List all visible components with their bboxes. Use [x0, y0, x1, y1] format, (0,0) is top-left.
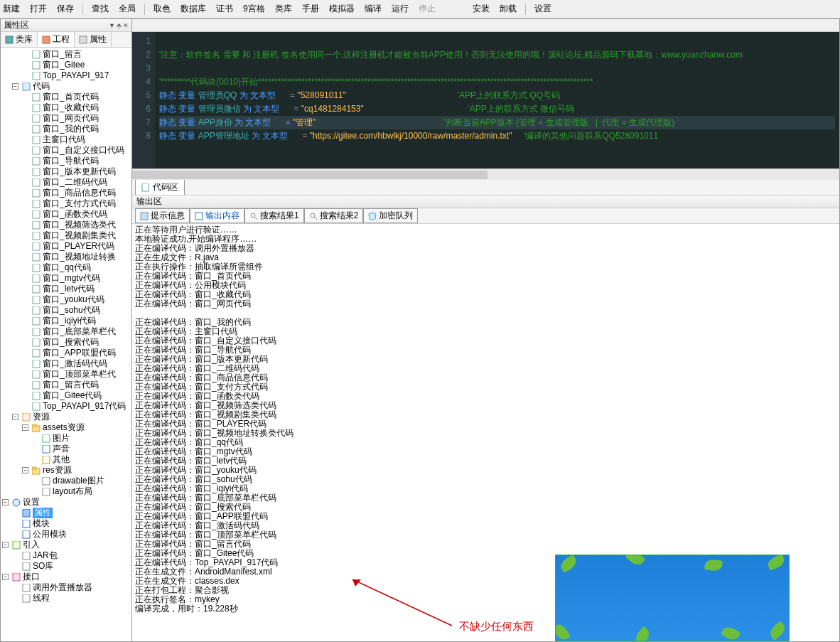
tree-item[interactable]: 窗口_商品信息代码: [2, 188, 131, 198]
tree-item[interactable]: 窗口_Gitee: [2, 60, 131, 70]
tree-item[interactable]: 窗口_导航代码: [2, 156, 131, 166]
tree-item[interactable]: 图片: [2, 433, 131, 444]
svg-rect-59: [195, 213, 203, 220]
tree-item[interactable]: 窗口_mgtv代码: [2, 273, 131, 284]
tree-item[interactable]: 窗口_iqiyi代码: [2, 316, 131, 326]
tree-item[interactable]: 公用模块: [2, 529, 131, 540]
tree-item[interactable]: 窗口_留言代码: [2, 380, 131, 390]
tree-item[interactable]: 窗口_搜索代码: [2, 337, 131, 348]
tree-item[interactable]: 调用外置播放器: [2, 582, 131, 593]
tree-item[interactable]: 窗口_我的代码: [2, 124, 131, 134]
tree-node-res[interactable]: −资源: [2, 412, 131, 422]
tree-node-assets[interactable]: −assets资源: [2, 422, 131, 433]
sidebar-dropdown-icon[interactable]: ▼: [109, 22, 115, 29]
file-icon: [32, 328, 41, 336]
tree-item[interactable]: 窗口_youku代码: [2, 294, 131, 305]
menu-cert[interactable]: 证书: [216, 3, 233, 15]
svg-rect-56: [23, 594, 30, 602]
tree-item[interactable]: 主窗口代码: [2, 134, 131, 145]
svg-rect-11: [33, 136, 40, 144]
editor-hscrollbar[interactable]: [132, 168, 839, 180]
output-tab-search1[interactable]: 搜索结果1: [244, 208, 304, 223]
sidebar: 属性区 ▼ ⬘ ✕ 类库 工程 属性 窗口_留言窗口_GiteeTop_PAYA…: [0, 18, 132, 642]
output-tab-search2[interactable]: 搜索结果2: [304, 208, 364, 223]
tree-item[interactable]: drawable图片: [2, 476, 131, 486]
menu-9grid[interactable]: 9宫格: [243, 3, 265, 15]
tree-item[interactable]: 窗口_留言: [2, 49, 131, 60]
output-tab-content[interactable]: 输出内容: [190, 208, 244, 223]
svg-rect-25: [33, 285, 40, 293]
menu-settings[interactable]: 设置: [534, 3, 551, 15]
tree-item[interactable]: 窗口_激活码代码: [2, 358, 131, 369]
tree-item[interactable]: 窗口_函数类代码: [2, 209, 131, 220]
sidebar-title-label: 属性区: [4, 19, 29, 31]
tree-item[interactable]: 模块: [2, 518, 131, 529]
tree-item[interactable]: 声音: [2, 444, 131, 454]
tree-item[interactable]: layout布局: [2, 486, 131, 497]
tree-item[interactable]: 属性: [2, 508, 131, 518]
menu-manual[interactable]: 手册: [302, 3, 319, 15]
tree-item[interactable]: 窗口_底部菜单栏代: [2, 326, 131, 337]
tree-item[interactable]: 窗口_PLAYER代码: [2, 241, 131, 252]
tree[interactable]: 窗口_留言窗口_GiteeTop_PAYAPI_917−代码窗口_首页代码窗口_…: [1, 48, 131, 641]
tree-node-if[interactable]: −接口: [2, 572, 131, 582]
sidebar-tab-lib[interactable]: 类库: [1, 32, 38, 47]
tree-item[interactable]: Top_PAYAPI_917代码: [2, 401, 131, 412]
menu-database[interactable]: 数据库: [181, 3, 206, 15]
file-icon: [32, 317, 41, 326]
file-icon: [32, 50, 41, 59]
output-tab-encrypt[interactable]: 加密队列: [363, 208, 418, 223]
menu-uninstall[interactable]: 卸载: [500, 3, 517, 15]
tree-item[interactable]: 窗口_Gitee代码: [2, 390, 131, 401]
tree-node-settings[interactable]: −设置: [2, 497, 131, 508]
tree-item[interactable]: 窗口_首页代码: [2, 92, 131, 102]
tree-item[interactable]: 窗口_收藏代码: [2, 102, 131, 113]
tree-item[interactable]: 窗口_顶部菜单栏代: [2, 369, 131, 380]
menu-find[interactable]: 查找: [92, 3, 109, 15]
tree-item[interactable]: 其他: [2, 454, 131, 465]
tree-item[interactable]: 线程: [2, 593, 131, 604]
tree-item[interactable]: 窗口_二维码代码: [2, 177, 131, 188]
sidebar-tab-project[interactable]: 工程: [38, 32, 75, 47]
tree-item[interactable]: 窗口_支付方式代码: [2, 198, 131, 209]
svg-rect-29: [33, 328, 40, 336]
tree-item[interactable]: 窗口_版本更新代码: [2, 166, 131, 177]
scrollbar-thumb[interactable]: [132, 171, 488, 179]
tree-item[interactable]: 窗口_letv代码: [2, 284, 131, 294]
tree-item[interactable]: 窗口_qq代码: [2, 262, 131, 273]
code-editor[interactable]: 12345678 '注意：软件签名 需要 和 注册机 签名使用同一个.这样注册机…: [132, 32, 839, 168]
menu-run[interactable]: 运行: [392, 3, 409, 15]
editor-tab-code[interactable]: 代码区: [135, 179, 185, 195]
sidebar-close-icon[interactable]: ✕: [123, 22, 129, 29]
output-tab-hint[interactable]: 提示信息: [135, 208, 190, 223]
menu-install[interactable]: 安装: [473, 3, 490, 15]
menu-save[interactable]: 保存: [57, 3, 74, 15]
tree-item[interactable]: 窗口_视频剧集类代: [2, 230, 131, 241]
output-body[interactable]: 正在等待用户进行验证…… 本地验证成功,开始编译程序…… 正在编译代码：调用外置…: [132, 224, 839, 641]
file-icon: [32, 232, 41, 240]
menu-emulator[interactable]: 模拟器: [329, 3, 355, 15]
svg-line-63: [315, 218, 317, 220]
menu-new[interactable]: 新建: [3, 3, 20, 15]
menu-compile[interactable]: 编译: [365, 3, 382, 15]
tree-node-code[interactable]: −代码: [2, 81, 131, 92]
menu-global[interactable]: 全局: [119, 3, 136, 15]
tree-node-ref[interactable]: −引入: [2, 540, 131, 550]
tree-node-resr[interactable]: −res资源: [2, 465, 131, 476]
code-area[interactable]: '注意：软件签名 需要 和 注册机 签名使用同一个.这样注册机才能被当前APP使…: [155, 32, 839, 168]
tree-item[interactable]: JAR包: [2, 550, 131, 561]
svg-rect-36: [33, 402, 40, 410]
menu-colorpick[interactable]: 取色: [154, 3, 171, 15]
tree-item[interactable]: 窗口_APP联盟代码: [2, 348, 131, 358]
sidebar-tab-props[interactable]: 属性: [75, 32, 112, 47]
tree-item[interactable]: 窗口_视频筛选类代: [2, 220, 131, 230]
tree-item[interactable]: 窗口_sohu代码: [2, 305, 131, 316]
tree-item[interactable]: 窗口_视频地址转换: [2, 252, 131, 262]
tree-item[interactable]: 窗口_网页代码: [2, 113, 131, 124]
menu-lib[interactable]: 类库: [275, 3, 292, 15]
tree-item[interactable]: Top_PAYAPI_917: [2, 70, 131, 81]
tree-item[interactable]: 窗口_自定义接口代码: [2, 145, 131, 156]
tree-item[interactable]: SO库: [2, 561, 131, 572]
menu-open[interactable]: 打开: [30, 3, 47, 15]
sidebar-pin-icon[interactable]: ⬘: [117, 22, 122, 29]
